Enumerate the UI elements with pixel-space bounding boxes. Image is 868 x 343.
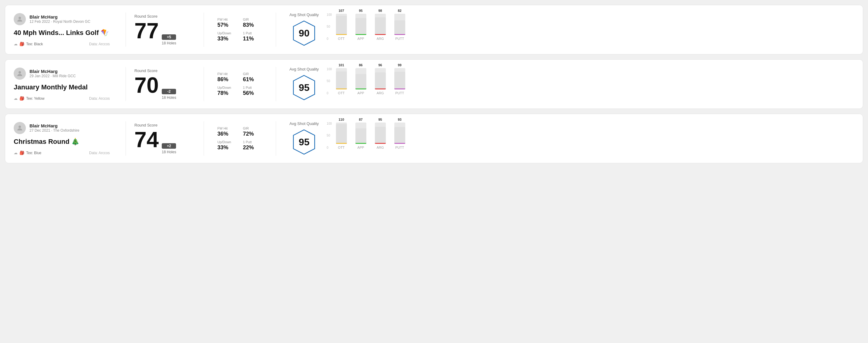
weather-icon: ☁ <box>14 96 18 101</box>
gir-label: GIR <box>243 126 262 130</box>
tee-info: ☁ 🎒 Tee: Black <box>14 42 43 46</box>
hexagon-container: 90 <box>289 20 319 47</box>
score-holes: 18 Holes <box>162 150 176 154</box>
oneputt-label: 1 Putt <box>243 140 262 144</box>
bar-column: 96 ARG <box>375 63 386 95</box>
round-card: Blair McHarg 29 Jan 2022 · Mill Ride GCC… <box>5 59 863 109</box>
avatar <box>14 13 26 25</box>
bar-background <box>375 68 386 89</box>
bar-background <box>394 68 405 89</box>
fw-hit-value: 57% <box>217 22 237 28</box>
gir-value: 61% <box>243 76 262 83</box>
bar-background <box>355 14 366 35</box>
score-badge-col: -2 18 Holes <box>162 89 176 100</box>
bar-column: 107 OTT <box>336 9 347 40</box>
gir-stat: GIR 83% <box>243 18 262 28</box>
score-row: 77 +5 18 Holes <box>134 20 195 45</box>
bar-chart: 100500 101 OTT 86 APP 96 ARG 99 <box>326 67 854 101</box>
updown-stat: Up/Down 78% <box>217 86 237 96</box>
stats-section: FW Hit 57% GIR 83% Up/Down 33% 1 Putt 11… <box>213 18 267 42</box>
score-number: 77 <box>134 20 159 42</box>
score-section: Round Score 77 +5 18 Holes <box>134 14 195 45</box>
score-row: 74 +2 18 Holes <box>134 129 195 154</box>
gir-value: 83% <box>243 22 262 28</box>
bar-column: 98 ARG <box>375 9 386 40</box>
bar-column: 93 PUTT <box>394 118 405 149</box>
updown-value: 78% <box>217 90 237 96</box>
score-badge-col: +5 18 Holes <box>162 34 176 45</box>
user-date: 29 Jan 2022 · Mill Ride GCC <box>30 74 76 78</box>
bar-background <box>394 123 405 144</box>
svg-point-2 <box>19 71 21 73</box>
bar-chart: 100500 107 OTT 95 APP 98 ARG 82 <box>326 13 854 46</box>
fw-hit-value: 36% <box>217 131 237 137</box>
bar-background <box>336 68 347 89</box>
user-name: Blair McHarg <box>30 123 79 128</box>
fw-hit-stat: FW Hit 57% <box>217 18 237 28</box>
score-label: Round Score <box>134 14 195 19</box>
quality-left: Avg Shot Quality 95 <box>289 67 319 101</box>
score-section: Round Score 74 +2 18 Holes <box>134 123 195 154</box>
fw-hit-stat: FW Hit 86% <box>217 72 237 83</box>
data-source: Data: Arccos <box>89 42 110 46</box>
divider <box>126 67 126 101</box>
score-number: 74 <box>134 129 159 151</box>
bar-column: 101 OTT <box>336 63 347 95</box>
bar-column: 95 ARG <box>375 118 386 149</box>
score-diff-badge: -2 <box>162 89 176 94</box>
fw-hit-value: 86% <box>217 76 237 83</box>
tee-label: Tee: Blue <box>26 151 41 155</box>
bag-icon: 🎒 <box>20 151 24 155</box>
user-date: 27 Dec 2021 · The Oxfordshire <box>30 128 79 132</box>
round-card: Blair McHarg 27 Dec 2021 · The Oxfordshi… <box>5 114 863 163</box>
gir-value: 72% <box>243 131 262 137</box>
quality-left: Avg Shot Quality 95 <box>289 121 319 156</box>
bag-icon: 🎒 <box>20 96 24 101</box>
quality-score: 95 <box>299 136 310 148</box>
bar-chart: 100500 110 OTT 87 APP 95 ARG 93 <box>326 122 854 155</box>
gir-stat: GIR 72% <box>243 126 262 137</box>
updown-label: Up/Down <box>217 31 237 35</box>
user-row: Blair McHarg 29 Jan 2022 · Mill Ride GCC <box>14 67 110 80</box>
weather-icon: ☁ <box>14 151 18 155</box>
quality-left: Avg Shot Quality 90 <box>289 12 319 47</box>
score-label: Round Score <box>134 123 195 127</box>
score-row: 70 -2 18 Holes <box>134 74 195 100</box>
oneputt-stat: 1 Putt 56% <box>243 86 262 96</box>
bar-background <box>375 123 386 144</box>
gir-label: GIR <box>243 72 262 76</box>
bar-background <box>355 68 366 89</box>
stats-section: FW Hit 36% GIR 72% Up/Down 33% 1 Putt 22… <box>213 126 267 151</box>
user-name: Blair McHarg <box>30 14 90 20</box>
oneputt-value: 11% <box>243 36 262 42</box>
updown-stat: Up/Down 33% <box>217 31 237 42</box>
score-number: 70 <box>134 74 159 96</box>
updown-stat: Up/Down 33% <box>217 140 237 151</box>
gir-stat: GIR 61% <box>243 72 262 83</box>
oneputt-label: 1 Putt <box>243 86 262 89</box>
svg-point-0 <box>19 17 21 19</box>
card-meta: ☁ 🎒 Tee: Black Data: Arccos <box>14 42 110 46</box>
bar-column: 110 OTT <box>336 118 347 149</box>
divider <box>276 121 276 156</box>
round-title: 40 Mph Winds... Links Golf 🪁 <box>14 29 110 37</box>
hexagon: 95 <box>290 128 318 156</box>
score-diff-badge: +2 <box>162 143 176 149</box>
fw-hit-label: FW Hit <box>217 72 237 76</box>
stats-grid: FW Hit 57% GIR 83% Up/Down 33% 1 Putt 11… <box>217 18 262 42</box>
bar-column: 87 APP <box>355 118 366 149</box>
user-name: Blair McHarg <box>30 69 76 74</box>
score-badge-col: +2 18 Holes <box>162 143 176 154</box>
avatar <box>14 122 26 134</box>
tee-info: ☁ 🎒 Tee: Yellow <box>14 96 44 101</box>
quality-label: Avg Shot Quality <box>289 121 319 126</box>
quality-label: Avg Shot Quality <box>289 12 319 17</box>
bar-column: 95 APP <box>355 9 366 40</box>
oneputt-label: 1 Putt <box>243 31 262 35</box>
score-diff-badge: +5 <box>162 34 176 40</box>
updown-label: Up/Down <box>217 86 237 89</box>
updown-value: 33% <box>217 36 237 42</box>
fw-hit-label: FW Hit <box>217 18 237 21</box>
card-left: Blair McHarg 29 Jan 2022 · Mill Ride GCC… <box>14 67 117 101</box>
user-row: Blair McHarg 27 Dec 2021 · The Oxfordshi… <box>14 122 110 134</box>
